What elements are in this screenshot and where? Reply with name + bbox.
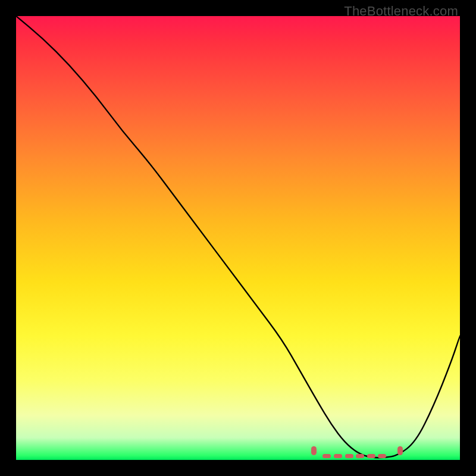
optimal-marker <box>322 454 331 458</box>
optimal-marker <box>356 454 364 458</box>
optimal-marker <box>378 454 386 458</box>
optimal-marker <box>345 454 353 458</box>
optimal-band-markers <box>16 16 460 460</box>
optimal-marker <box>367 454 375 458</box>
optimal-marker <box>397 446 403 455</box>
watermark-text: TheBottleneck.com <box>344 4 458 19</box>
optimal-marker <box>311 446 317 455</box>
chart-plot-area <box>16 16 460 460</box>
optimal-marker <box>334 454 342 458</box>
